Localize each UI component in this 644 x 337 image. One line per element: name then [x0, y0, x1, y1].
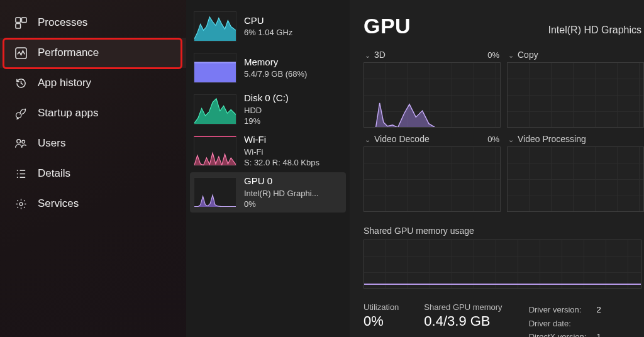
- perf-title: Disk 0 (C:): [244, 92, 289, 104]
- plot-3d: [364, 62, 501, 128]
- util-label: Utilization: [364, 302, 399, 312]
- svg-point-6: [17, 140, 21, 143]
- nav-item-performance[interactable]: Performance: [0, 38, 186, 68]
- shared-mem-line: [364, 284, 641, 285]
- perf-title: Wi-Fi: [244, 133, 319, 146]
- nav-label: Details: [38, 167, 70, 180]
- nav-label: Processes: [38, 16, 87, 29]
- perf-item-wifi[interactable]: Wi-Fi Wi-Fi S: 32.0 R: 48.0 Kbps: [190, 131, 346, 171]
- perf-sub2: 0%: [244, 199, 318, 210]
- memory-sparkline: [194, 53, 236, 83]
- users-icon: [14, 136, 28, 150]
- nav-label: App history: [38, 77, 91, 89]
- chevron-down-icon: ⌄: [365, 136, 370, 144]
- svg-rect-10: [194, 62, 236, 64]
- nav-item-users[interactable]: Users: [0, 128, 186, 158]
- svg-point-7: [22, 140, 25, 143]
- shared-label: Shared GPU memory: [424, 302, 502, 312]
- perf-title: GPU 0: [244, 175, 318, 187]
- perf-item-gpu[interactable]: GPU 0 Intel(R) HD Graphi... 0%: [190, 172, 346, 213]
- gpu-detail-panel: GPU Intel(R) HD Graphics ⌄3D 0% ⌄Copy: [350, 0, 644, 337]
- util-value: 0%: [364, 313, 399, 329]
- nav-item-startup-apps[interactable]: Startup apps: [0, 98, 186, 128]
- perf-sub: 6% 1.04 GHz: [244, 27, 292, 38]
- disk-sparkline: [194, 94, 236, 124]
- perf-sub: Intel(R) HD Graphi...: [244, 188, 318, 199]
- svg-rect-3: [15, 47, 26, 58]
- nav-item-details[interactable]: Details: [0, 158, 186, 189]
- gpu-name: Intel(R) HD Graphics: [548, 25, 641, 36]
- perf-item-memory[interactable]: Memory 5.4/7.9 GB (68%): [190, 48, 346, 88]
- wifi-sparkline: [194, 136, 236, 166]
- svg-point-4: [16, 113, 21, 118]
- perf-item-disk[interactable]: Disk 0 (C:) HDD 19%: [190, 89, 346, 130]
- plot-video-processing: [507, 146, 644, 212]
- plot-video-decode: [364, 146, 501, 212]
- plot-label-copy[interactable]: ⌄Copy: [508, 50, 538, 60]
- svg-rect-9: [194, 62, 236, 83]
- sidebar-nav: Processes Performance App history Startu…: [0, 0, 186, 337]
- nav-label: Services: [38, 197, 79, 210]
- svg-point-5: [19, 113, 21, 114]
- plot-pct: 0%: [487, 135, 499, 144]
- chevron-down-icon: ⌄: [365, 52, 370, 60]
- startup-icon: [14, 106, 28, 120]
- page-title: GPU: [364, 14, 411, 38]
- performance-list: CPU 6% 1.04 GHz Memory 5.4/7.9 GB (68%) …: [186, 0, 350, 337]
- chevron-down-icon: ⌄: [508, 52, 514, 60]
- processes-icon: [14, 16, 28, 30]
- details-icon: [14, 167, 28, 180]
- plot-label-video-processing[interactable]: ⌄Video Processing: [508, 134, 586, 144]
- perf-sub2: 19%: [244, 116, 289, 127]
- shared-value: 0.4/3.9 GB: [424, 313, 502, 329]
- perf-item-cpu[interactable]: CPU 6% 1.04 GHz: [190, 6, 346, 47]
- svg-point-8: [19, 202, 23, 206]
- plot-label-3d[interactable]: ⌄3D: [365, 50, 386, 60]
- chevron-down-icon: ⌄: [508, 136, 514, 144]
- nav-label: Users: [38, 137, 65, 150]
- perf-sub2: S: 32.0 R: 48.0 Kbps: [244, 157, 319, 168]
- plot-pct: 0%: [487, 50, 499, 60]
- perf-sub: HDD: [244, 105, 289, 116]
- gpu-sparkline: [194, 177, 236, 207]
- nav-item-services[interactable]: Services: [0, 189, 186, 219]
- perf-title: CPU: [244, 14, 292, 27]
- history-icon: [14, 76, 28, 90]
- shared-mem-label: Shared GPU memory usage: [364, 226, 644, 236]
- perf-sub: Wi-Fi: [244, 146, 319, 158]
- cpu-sparkline: [194, 11, 236, 41]
- plot-copy: [507, 62, 644, 128]
- nav-item-app-history[interactable]: App history: [0, 68, 186, 98]
- driver-info: Driver version:2 Driver date: DirectX ve…: [528, 302, 602, 337]
- perf-sub: 5.4/7.9 GB (68%): [244, 69, 307, 80]
- svg-rect-0: [15, 17, 20, 22]
- svg-rect-1: [21, 17, 26, 22]
- plot-label-video-decode[interactable]: ⌄Video Decode: [365, 134, 430, 144]
- plot-shared-memory: [364, 240, 641, 289]
- nav-item-processes[interactable]: Processes: [0, 8, 186, 38]
- svg-rect-2: [15, 23, 20, 28]
- nav-label: Startup apps: [38, 107, 98, 119]
- perf-title: Memory: [244, 56, 307, 69]
- nav-label: Performance: [38, 47, 99, 59]
- performance-icon: [14, 46, 28, 60]
- services-icon: [14, 197, 28, 211]
